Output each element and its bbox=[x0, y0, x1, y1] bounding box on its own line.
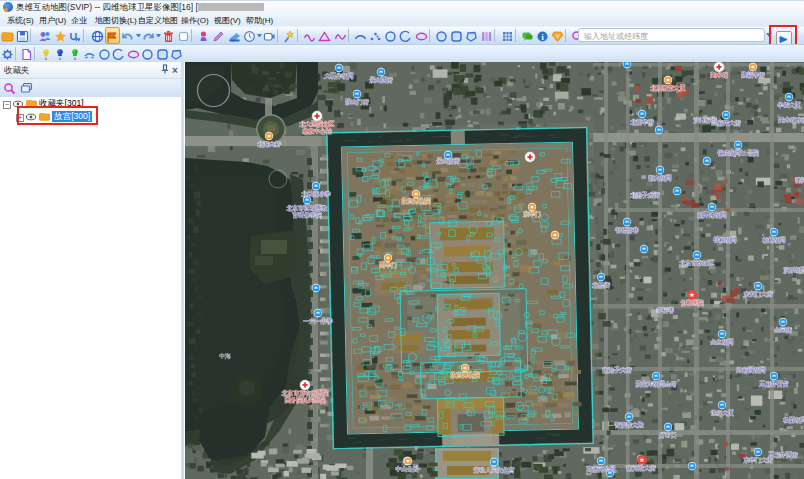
svg-text:演乐胡同: 演乐胡同 bbox=[783, 267, 804, 274]
svg-text:北长街: 北长街 bbox=[592, 282, 610, 289]
svg-text:爱右库胡同会馆: 爱右库胡同会馆 bbox=[636, 380, 677, 388]
svg-text:锡拉胡同21号院: 锡拉胡同21号院 bbox=[716, 149, 758, 157]
svg-text:华侨大厦: 华侨大厦 bbox=[777, 102, 800, 109]
svg-text:多福巷: 多福巷 bbox=[656, 307, 674, 314]
svg-text:北京市西城区教: 北京市西城区教 bbox=[287, 204, 328, 212]
svg-text:中山公园: 中山公园 bbox=[395, 466, 418, 473]
svg-text:帅府园胡同: 帅府园胡同 bbox=[737, 367, 766, 374]
svg-text:北京市东城区: 北京市东城区 bbox=[680, 259, 715, 267]
svg-text:灯市口: 灯市口 bbox=[659, 432, 676, 439]
svg-text:美术馆: 美术馆 bbox=[710, 71, 728, 79]
svg-text:菖蒲河公园: 菖蒲河公园 bbox=[586, 466, 616, 473]
svg-text:金宝街: 金宝街 bbox=[774, 327, 792, 334]
svg-text:大石作胡同: 大石作胡同 bbox=[325, 72, 354, 80]
svg-text:南池子大街: 南池子大街 bbox=[603, 366, 632, 374]
svg-text:故宫博物院: 故宫博物院 bbox=[451, 371, 480, 379]
svg-text:钱粮胡同: 钱粮胡同 bbox=[712, 236, 736, 244]
svg-text:北京教育大厦: 北京教育大厦 bbox=[651, 84, 686, 92]
svg-text:校尉胡同: 校尉胡同 bbox=[782, 416, 804, 424]
svg-text:北大医院北区: 北大医院北区 bbox=[300, 120, 335, 128]
svg-text:景山西街: 景山西街 bbox=[369, 77, 392, 84]
svg-text:故宫博物院: 故宫博物院 bbox=[402, 197, 431, 205]
svg-text:景山前街: 景山前街 bbox=[436, 158, 459, 165]
svg-text:新开路胡同: 新开路胡同 bbox=[698, 212, 727, 219]
svg-text:★: ★ bbox=[689, 291, 695, 298]
svg-text:育研修学院: 育研修学院 bbox=[293, 211, 322, 219]
svg-text:南河沿大街: 南河沿大街 bbox=[627, 464, 656, 472]
svg-text:沙滩后街: 沙滩后街 bbox=[693, 117, 716, 124]
svg-text:美术馆东街: 美术馆东街 bbox=[779, 116, 804, 124]
svg-text:北池子大街: 北池子大街 bbox=[631, 191, 660, 199]
svg-text:西华门: 西华门 bbox=[379, 261, 396, 269]
svg-text:东华门: 东华门 bbox=[523, 210, 540, 217]
svg-text:北海大桥: 北海大桥 bbox=[257, 141, 280, 148]
svg-text:智德前巷: 智德前巷 bbox=[615, 227, 638, 234]
svg-text:协和医院: 协和医院 bbox=[680, 299, 703, 307]
svg-text:北新华街: 北新华街 bbox=[630, 119, 653, 126]
svg-text:北京市府右街医院: 北京市府右街医院 bbox=[282, 389, 329, 397]
svg-text:世纪大厦: 世纪大厦 bbox=[710, 410, 733, 417]
svg-text:柏树胡同: 柏树胡同 bbox=[761, 237, 785, 244]
svg-text:急救中心站: 急救中心站 bbox=[302, 128, 332, 135]
svg-text:★: ★ bbox=[639, 456, 645, 463]
svg-text:王府井百货: 王府井百货 bbox=[760, 380, 789, 388]
svg-text:王府井西街: 王府井西街 bbox=[769, 451, 798, 459]
svg-text:中海: 中海 bbox=[219, 353, 231, 360]
svg-text:一六一中学: 一六一中学 bbox=[304, 318, 333, 324]
svg-text:陟山门街: 陟山门街 bbox=[345, 98, 368, 106]
svg-text:劳动人民文化宫: 劳动人民文化宫 bbox=[474, 467, 515, 474]
svg-text:V: V bbox=[556, 33, 560, 39]
svg-text:韶九胡同: 韶九胡同 bbox=[648, 175, 671, 182]
svg-text:国务院机关医院: 国务院机关医院 bbox=[285, 396, 326, 404]
svg-text:普渡寺大殿: 普渡寺大殿 bbox=[615, 421, 644, 429]
svg-text:骑河楼街: 骑河楼街 bbox=[794, 177, 804, 184]
svg-text:金鱼胡同: 金鱼胡同 bbox=[710, 339, 733, 346]
svg-text:东安门大街: 东安门大街 bbox=[744, 290, 773, 298]
svg-text:隆福寺街: 隆福寺街 bbox=[741, 71, 764, 79]
svg-text:北长街小学: 北长街小学 bbox=[302, 191, 331, 198]
